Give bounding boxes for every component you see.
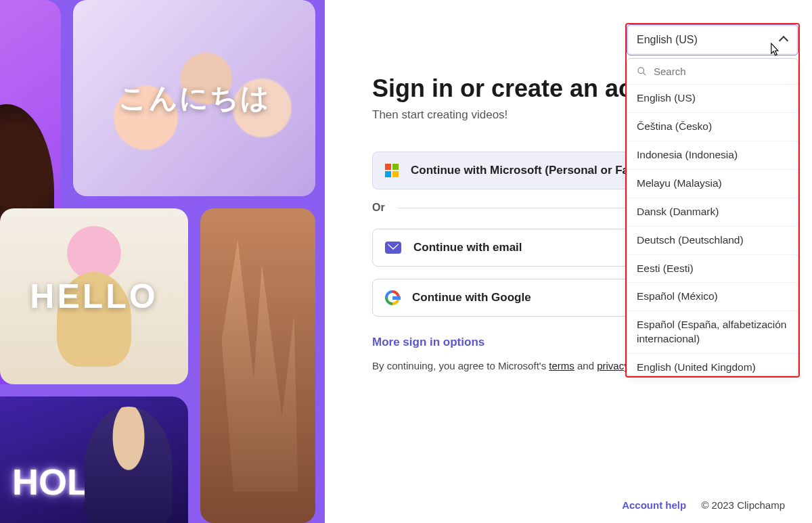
language-select-button[interactable]: English (US) <box>627 24 798 55</box>
legal-prefix: By continuing, you agree to Microsoft's <box>372 360 549 371</box>
language-option[interactable]: Eesti (Eesti) <box>627 255 798 283</box>
language-search-row <box>627 59 798 85</box>
language-option[interactable]: Čeština (Česko) <box>627 113 798 141</box>
language-selector-highlight: English (US) English (US)Čeština (Česko)… <box>625 23 800 378</box>
language-option[interactable]: English (US) <box>627 85 798 113</box>
mail-icon <box>385 242 401 254</box>
language-options-list[interactable]: English (US)Čeština (Česko)Indonesia (In… <box>627 85 798 376</box>
hero-text-jp: こんにちは <box>118 79 271 117</box>
more-signin-options-link[interactable]: More sign in options <box>372 336 484 349</box>
hero-text-en: HELLO <box>30 277 158 316</box>
language-option[interactable]: Español (España, alfabetización internac… <box>627 311 798 354</box>
search-icon <box>637 66 647 76</box>
svg-line-1 <box>643 72 646 75</box>
hero-text-es: HOLA <box>12 461 116 503</box>
hero-tile-hello: HELLO <box>0 208 188 384</box>
or-label: Or <box>372 202 385 214</box>
language-option[interactable]: Dansk (Danmark) <box>627 198 798 227</box>
language-option[interactable]: Melayu (Malaysia) <box>627 170 798 198</box>
microsoft-icon <box>385 164 399 177</box>
svg-point-0 <box>638 68 644 74</box>
language-search-input[interactable] <box>654 66 788 77</box>
language-dropdown: English (US)Čeština (Česko)Indonesia (In… <box>627 58 798 376</box>
hero-tile-hola: HOLA <box>0 396 188 523</box>
language-selected-label: English (US) <box>637 34 698 46</box>
legal-and: and <box>574 360 597 371</box>
chevron-up-icon <box>780 37 788 45</box>
account-help-link[interactable]: Account help <box>622 499 686 511</box>
hero-tile-japanese: こんにちは <box>73 0 315 196</box>
footer: Account help © 2023 Clipchamp <box>622 499 785 511</box>
terms-link[interactable]: terms <box>549 360 574 371</box>
language-option[interactable]: Indonesia (Indonesia) <box>627 141 798 170</box>
continue-microsoft-label: Continue with Microsoft (Personal or Fam… <box>411 164 656 177</box>
language-option[interactable]: Deutsch (Deutschland) <box>627 227 798 255</box>
hero-tile-canyon <box>200 208 315 523</box>
signin-panel: Sign in or create an account Then start … <box>325 0 812 523</box>
continue-email-label: Continue with email <box>413 241 522 254</box>
language-option[interactable]: English (United Kingdom) <box>627 354 798 376</box>
continue-google-label: Continue with Google <box>412 291 531 304</box>
google-icon <box>385 290 400 305</box>
copyright-text: © 2023 Clipchamp <box>701 499 785 511</box>
hero-mosaic: こんにちは HELLO HOLA <box>0 0 325 523</box>
language-option[interactable]: Español (México) <box>627 283 798 311</box>
